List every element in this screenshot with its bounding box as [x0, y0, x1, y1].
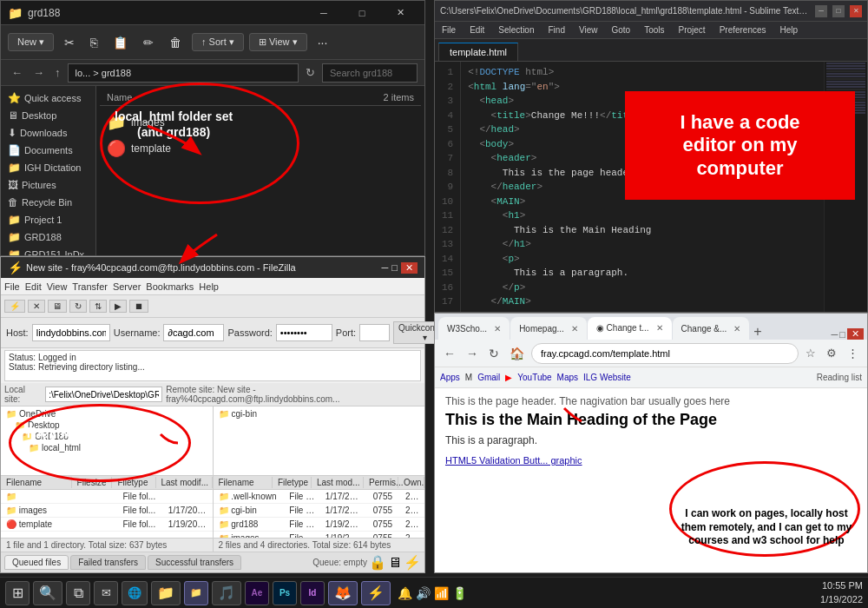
bookmark-apps[interactable]: Apps — [440, 373, 460, 382]
maximize-button[interactable]: □ — [345, 1, 379, 25]
copy-button[interactable]: ⎘ — [85, 34, 102, 51]
back-button[interactable]: ← — [8, 64, 26, 81]
systray-notify[interactable]: 🔔 — [398, 586, 412, 600]
tab-close-w3[interactable]: ✕ — [494, 324, 501, 334]
editor-maximize[interactable]: □ — [832, 5, 845, 17]
taskbar-ps[interactable]: Ps — [273, 581, 297, 605]
tab-close-change[interactable]: ✕ — [656, 323, 663, 333]
browser-back[interactable]: ← — [440, 345, 459, 362]
sidebar-item-grd151[interactable]: 📁 GRD151-InDx — [1, 246, 95, 255]
fz-tree-desktop[interactable]: 📁 Desktop — [3, 420, 211, 431]
filesize-col[interactable]: Filesize — [72, 477, 113, 488]
up-button[interactable]: ↑ — [51, 64, 64, 81]
systray-network[interactable]: 📶 — [434, 586, 449, 600]
address-input[interactable] — [531, 343, 799, 364]
lastmod-col[interactable]: Last modif... — [156, 477, 213, 488]
menu-view[interactable]: View — [575, 25, 602, 35]
sort-button[interactable]: ↑ Sort ▾ — [192, 33, 244, 51]
sidebar-item-grd188[interactable]: 📁 GRD188 — [1, 228, 95, 246]
editor-tab-template[interactable]: template.html — [438, 43, 518, 61]
browser-tab-change2[interactable]: Change &...✕ — [673, 317, 750, 340]
lastmod-col-r[interactable]: Last mod... — [312, 477, 364, 488]
sidebar-item-quickaccess[interactable]: ⭐ Quick access — [1, 89, 95, 107]
browser-tab-w3[interactable]: W3Scho...✕ — [438, 317, 510, 340]
browser-menu[interactable]: ⋮ — [844, 345, 862, 361]
delete-button[interactable]: 🗑 — [164, 34, 187, 51]
menu-file[interactable]: File — [438, 25, 459, 35]
bookmark-youtube[interactable]: YouTube — [517, 373, 551, 382]
taskbar-explorer[interactable]: 📁 — [151, 581, 181, 605]
more-button[interactable]: ··· — [312, 34, 333, 51]
port-input[interactable] — [359, 324, 390, 341]
taskbar-filezilla[interactable]: ⚡ — [361, 581, 391, 605]
owner-col-r[interactable]: Own... — [398, 477, 424, 488]
menu-preferences[interactable]: Preferences — [716, 25, 770, 35]
fz-minimize[interactable]: ─ — [382, 262, 389, 273]
filename-col-r[interactable]: Filename — [214, 477, 273, 488]
taskbar-taskview[interactable]: ⧉ — [66, 581, 90, 605]
editor-close[interactable]: ✕ — [850, 5, 862, 17]
browser-home[interactable]: 🏠 — [506, 345, 528, 362]
browser-minimize[interactable]: ─ — [832, 329, 838, 340]
sidebar-item-downloads[interactable]: ⬇ Downloads — [1, 124, 95, 142]
bookmark-star[interactable]: ☆ — [802, 345, 819, 361]
page-link[interactable]: HTML5 Validation Butt... graphic — [445, 455, 582, 466]
fz-disconnect-btn[interactable]: ✕ — [28, 300, 45, 313]
filetype-col[interactable]: Filetype — [112, 477, 155, 488]
search-input[interactable] — [322, 63, 418, 83]
sidebar-item-recycle[interactable]: 🗑 Recycle Bin — [1, 194, 95, 211]
fz-tree-cgibin[interactable]: 📁 cgi-bin — [215, 408, 424, 420]
taskbar-music[interactable]: 🎵 — [212, 581, 241, 605]
editor-minimize[interactable]: ─ — [815, 5, 827, 17]
menu-tools[interactable]: Tools — [641, 25, 667, 35]
browser-refresh[interactable]: ↻ — [485, 345, 503, 362]
bookmark-maps[interactable]: Maps — [557, 373, 578, 382]
menu-edit[interactable]: Edit — [466, 25, 488, 35]
taskbar-start[interactable]: ⊞ — [5, 581, 30, 605]
fz-menu-edit[interactable]: Edit — [25, 281, 42, 292]
taskbar-mail[interactable]: ✉ — [94, 581, 118, 605]
sidebar-item-project1[interactable]: 📁 Project 1 — [1, 211, 95, 228]
address-bar[interactable] — [68, 63, 299, 83]
fz-tab-successful[interactable]: Successful transfers — [148, 555, 241, 570]
sidebar-item-igh[interactable]: 📁 IGH Dictation — [1, 159, 95, 176]
menu-goto[interactable]: Goto — [608, 25, 634, 35]
fz-menu-view[interactable]: View — [47, 281, 68, 292]
fz-process-btn[interactable]: ▶ — [109, 300, 127, 313]
fz-local-file-row[interactable]: 📁 File fol... — [1, 490, 213, 504]
filename-col[interactable]: Filename — [1, 477, 72, 488]
forward-button[interactable]: → — [30, 64, 48, 81]
local-path-input[interactable] — [45, 387, 162, 402]
menu-project[interactable]: Project — [675, 25, 709, 35]
systray-battery[interactable]: 🔋 — [452, 586, 467, 600]
fz-tree-localhtml[interactable]: 📁 local_html — [3, 442, 211, 453]
fz-remote-file-row-images[interactable]: 📁 images File fol... 1/19/202... 0755 21… — [214, 532, 425, 538]
password-input[interactable] — [276, 324, 332, 341]
browser-close[interactable]: ✕ — [847, 328, 864, 340]
browser-tab-home[interactable]: Homepag...✕ — [510, 317, 587, 340]
menu-help[interactable]: Help — [777, 25, 802, 35]
menu-find[interactable]: Find — [545, 25, 569, 35]
browser-maximize[interactable]: □ — [839, 329, 845, 340]
close-button[interactable]: ✕ — [383, 1, 418, 25]
browser-forward[interactable]: → — [463, 345, 482, 362]
fz-connect-btn[interactable]: ⚡ — [4, 300, 25, 313]
tab-close-change2[interactable]: ✕ — [733, 324, 740, 334]
paste-button[interactable]: 📋 — [108, 34, 133, 51]
bookmark-ilg[interactable]: ILG Website — [583, 373, 631, 382]
fz-tree-onedrive[interactable]: 📁 OneDrive — [3, 408, 211, 420]
sidebar-item-documents[interactable]: 📄 Documents — [1, 142, 95, 159]
fz-menu-bookmarks[interactable]: Bookmarks — [146, 281, 194, 292]
fz-remote-file-row-cgi[interactable]: 📁 cgi-bin File fol... 1/17/202... 0755 2… — [214, 504, 425, 518]
fz-local-file-row-template[interactable]: 🔴 template File fol... 1/19/202... — [1, 518, 213, 532]
tab-close-home[interactable]: ✕ — [571, 324, 578, 334]
sidebar-item-pictures[interactable]: 🖼 Pictures — [1, 176, 95, 194]
cut-button[interactable]: ✂ — [59, 34, 80, 51]
fz-menu-file[interactable]: File — [4, 281, 20, 292]
fz-menu-transfer[interactable]: Transfer — [72, 281, 108, 292]
file-item-images[interactable]: 📁 images — [100, 109, 421, 135]
taskbar-edge[interactable]: 🌐 — [122, 581, 148, 605]
menu-selection[interactable]: Selection — [495, 25, 537, 35]
systray-volume[interactable]: 🔊 — [416, 586, 431, 600]
fz-remote-file-row-grd188[interactable]: 📁 grd188 File fol... 1/19/202... 0755 21… — [214, 518, 425, 532]
